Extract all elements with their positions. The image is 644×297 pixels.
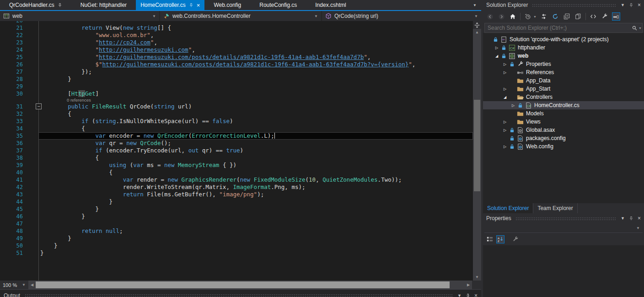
code-line-21[interactable]: 21 return View(new string[] { xyxy=(0,24,473,32)
expander-expanded-icon[interactable]: ◢ xyxy=(494,54,499,58)
tab-homecontroller-cs[interactable]: HomeController.cs× xyxy=(136,0,204,10)
code-line-39[interactable]: 39 using (var ms = new MemoryStream { }) xyxy=(0,162,473,169)
close-icon[interactable]: × xyxy=(197,2,200,9)
code-line-content[interactable]: return File(ms.GetBuffer(), "image/png")… xyxy=(38,191,473,198)
code-line-50[interactable]: 50 } xyxy=(0,242,473,249)
pending-changes-button[interactable] xyxy=(524,12,532,21)
expander-collapsed-icon[interactable]: ▷ xyxy=(510,103,516,108)
code-line-content[interactable]: if (string.IsNullOrWhiteSpace(url) == fa… xyxy=(38,118,473,125)
code-line-23[interactable]: 23 "http://cp24.com", xyxy=(0,39,473,46)
tree-item-web-config[interactable]: ▷Web.config xyxy=(483,142,644,151)
tree-item-views[interactable]: ▷Views xyxy=(483,118,644,126)
code-line-33[interactable]: 33 if (string.IsNullOrWhiteSpace(url) ==… xyxy=(0,118,473,125)
scroll-left-arrow[interactable]: ◀ xyxy=(28,281,36,289)
code-line-content[interactable]: var qr = new QrCode(); xyxy=(38,140,473,147)
code-line-content[interactable] xyxy=(38,21,473,24)
scroll-down-arrow[interactable]: ▼ xyxy=(473,274,481,281)
close-icon[interactable]: × xyxy=(638,2,641,8)
pin-icon[interactable] xyxy=(629,216,633,221)
code-line-content[interactable] xyxy=(38,83,473,90)
property-pages-button[interactable] xyxy=(511,235,520,243)
code-line-26[interactable]: 26 $"http://guilhermesuzuki.com/posts/de… xyxy=(0,61,473,68)
horizontal-scroll-thumb[interactable] xyxy=(36,281,450,288)
close-icon[interactable]: × xyxy=(474,292,478,297)
tab-routeconfig-cs[interactable]: RouteConfig.cs xyxy=(250,0,306,10)
code-line-51[interactable]: 51} xyxy=(0,249,473,257)
alphabetical-sort-button[interactable]: AZ xyxy=(496,235,504,243)
expander-collapsed-icon[interactable]: ▷ xyxy=(494,46,499,50)
code-line-content[interactable]: { xyxy=(38,110,473,118)
code-line-24[interactable]: 24 "http://guilhermesuzuki.com", xyxy=(0,46,473,54)
split-editor-grip-icon[interactable] xyxy=(473,21,481,29)
home-button[interactable] xyxy=(509,12,517,21)
document-list-chevron-icon[interactable]: ▼ xyxy=(468,0,481,10)
code-line-content[interactable]: var encoder = new QrEncoder(ErrorCorrect… xyxy=(38,132,473,140)
code-line-content[interactable]: } xyxy=(38,249,473,257)
tree-item-models[interactable]: Models xyxy=(483,109,644,118)
code-line-35[interactable]: 35 var encoder = new QrEncoder(ErrorCorr… xyxy=(0,132,473,140)
pin-icon[interactable] xyxy=(466,293,470,297)
panel-tab-team-explorer[interactable]: Team Explorer xyxy=(533,203,577,213)
window-position-chevron-icon[interactable]: ▼ xyxy=(457,293,462,297)
code-line-43[interactable]: 43 return File(ms.GetBuffer(), "image/pn… xyxy=(0,191,473,198)
code-line-37[interactable]: 37 if (encoder.TryEncode(url, out qr) ==… xyxy=(0,147,473,154)
tree-item-httphandler[interactable]: ▷C#httphandler xyxy=(483,43,644,52)
expander-collapsed-icon[interactable]: ▷ xyxy=(502,145,508,149)
scroll-right-arrow[interactable]: ▶ xyxy=(465,281,472,289)
properties-title-bar[interactable]: Properties ▼ × xyxy=(483,213,644,223)
expander-collapsed-icon[interactable]: ▷ xyxy=(502,128,508,132)
expander-collapsed-icon[interactable]: ▷ xyxy=(502,62,508,66)
code-line-content[interactable]: public FileResult QrCode(string url) xyxy=(38,103,473,110)
tree-item-references[interactable]: ▷References xyxy=(483,68,644,76)
code-line-25[interactable]: 25 "http://guilhermesuzuki.com/posts/det… xyxy=(0,54,473,61)
sync-active-document-button[interactable] xyxy=(540,12,548,21)
collapse-all-button[interactable] xyxy=(563,12,571,21)
pin-icon[interactable] xyxy=(629,3,633,8)
code-line-45[interactable]: 45 } xyxy=(0,205,473,213)
code-line-content[interactable]: using (var ms = new MemoryStream { }) xyxy=(38,162,473,169)
properties-object-select[interactable]: ▼ xyxy=(484,224,643,233)
code-line-48[interactable]: 48 return null; xyxy=(0,227,473,235)
tree-item-app-start[interactable]: ▷App_Start xyxy=(483,85,644,93)
expander-collapsed-icon[interactable]: ▷ xyxy=(502,70,508,75)
refresh-button[interactable] xyxy=(551,12,559,21)
tree-item-global-asax[interactable]: ▷Global.asax xyxy=(483,126,644,134)
vertical-scroll-track[interactable] xyxy=(473,36,481,274)
codelens-references[interactable]: 0 references xyxy=(38,97,473,103)
nav-combo-web[interactable]: web▼ xyxy=(0,11,159,21)
pin-icon[interactable] xyxy=(58,3,62,8)
tab-nuget-httphandler[interactable]: NuGet: httphandler xyxy=(71,0,136,10)
tab-index-cshtml[interactable]: Index.cshtml xyxy=(306,0,355,10)
code-line-38[interactable]: 38 { xyxy=(0,154,473,162)
properties-wrench-button[interactable] xyxy=(601,12,609,21)
code-line-22[interactable]: 22 "www.uol.com.br", xyxy=(0,32,473,39)
code-line-content[interactable]: return null; xyxy=(38,227,473,235)
codelens-row[interactable]: 0 references xyxy=(0,97,473,103)
back-button[interactable] xyxy=(486,12,494,21)
code-line-content[interactable]: } xyxy=(38,198,473,205)
code-line-content[interactable]: "www.uol.com.br", xyxy=(38,32,473,39)
code-line-content[interactable]: [HttpGet] xyxy=(38,90,473,97)
code-line-41[interactable]: 41 var render = new GraphicsRenderer(new… xyxy=(0,176,473,184)
tree-item-packages-config[interactable]: packages.config xyxy=(483,134,644,142)
code-line-content[interactable]: } xyxy=(38,242,473,249)
collapse-region-toggle[interactable]: − xyxy=(36,103,42,109)
tree-item-controllers[interactable]: ◢Controllers xyxy=(483,93,644,101)
code-line-content[interactable]: { xyxy=(38,154,473,162)
nav-combo-qrcode-string-url[interactable]: QrCode(string url)▼ xyxy=(322,11,481,21)
search-icon[interactable] xyxy=(632,25,638,31)
tree-item-properties[interactable]: ▷Properties xyxy=(483,60,644,68)
solution-explorer-title-bar[interactable]: Solution Explorer ▼ × xyxy=(483,0,644,10)
code-line-content[interactable]: { xyxy=(38,125,473,132)
code-line-28[interactable]: 28 } xyxy=(0,76,473,83)
horizontal-scroll-track[interactable] xyxy=(36,281,465,289)
pin-icon[interactable] xyxy=(189,3,193,8)
code-line-36[interactable]: 36 var qr = new QrCode(); xyxy=(0,140,473,147)
code-line-content[interactable]: "http://guilhermesuzuki.com/posts/detail… xyxy=(38,54,473,61)
code-line-34[interactable]: 34 { xyxy=(0,125,473,132)
tree-item-solution-qrcode-with-aspnet-2-projects[interactable]: ∞Solution 'qrcode-with-aspnet' (2 projec… xyxy=(483,35,644,43)
tab-web-config[interactable]: Web.config xyxy=(204,0,250,10)
show-all-files-button[interactable] xyxy=(574,12,582,21)
output-panel-header[interactable]: Output ▼ × xyxy=(0,289,481,297)
tab-qrcodehandler-cs[interactable]: QrCodeHandler.cs xyxy=(0,0,71,10)
